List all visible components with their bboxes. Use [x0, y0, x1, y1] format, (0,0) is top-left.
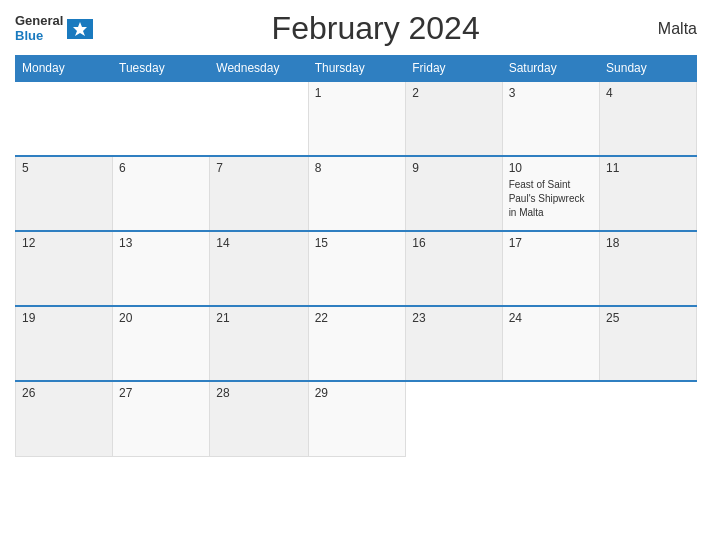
day-number: 21	[216, 311, 301, 325]
calendar-cell: 3	[502, 81, 599, 156]
day-number: 6	[119, 161, 203, 175]
page-title: February 2024	[272, 10, 480, 47]
calendar-week-row: 26272829	[16, 381, 697, 456]
calendar-cell	[16, 81, 113, 156]
event-label: Feast of Saint Paul's Shipwreck in Malta	[509, 179, 585, 218]
calendar-cell	[502, 381, 599, 456]
day-number: 22	[315, 311, 400, 325]
day-number: 29	[315, 386, 400, 400]
day-number: 26	[22, 386, 106, 400]
calendar-cell: 19	[16, 306, 113, 381]
calendar-week-row: 1234	[16, 81, 697, 156]
day-number: 16	[412, 236, 495, 250]
day-number: 20	[119, 311, 203, 325]
calendar-cell: 10Feast of Saint Paul's Shipwreck in Mal…	[502, 156, 599, 231]
day-number: 15	[315, 236, 400, 250]
day-number: 11	[606, 161, 690, 175]
calendar-week-row: 19202122232425	[16, 306, 697, 381]
calendar-week-row: 12131415161718	[16, 231, 697, 306]
day-number: 28	[216, 386, 301, 400]
calendar-cell: 21	[210, 306, 308, 381]
calendar-cell: 11	[600, 156, 697, 231]
weekday-header-row: Monday Tuesday Wednesday Thursday Friday…	[16, 56, 697, 82]
col-wednesday: Wednesday	[210, 56, 308, 82]
calendar-cell	[210, 81, 308, 156]
day-number: 2	[412, 86, 495, 100]
col-monday: Monday	[16, 56, 113, 82]
logo: General Blue	[15, 14, 93, 43]
calendar-cell: 15	[308, 231, 406, 306]
calendar-cell: 27	[113, 381, 210, 456]
logo-general-text: General	[15, 14, 63, 28]
day-number: 4	[606, 86, 690, 100]
day-number: 7	[216, 161, 301, 175]
calendar-cell: 24	[502, 306, 599, 381]
calendar-page: General Blue February 2024 Malta Monday …	[0, 0, 712, 550]
calendar-cell: 5	[16, 156, 113, 231]
day-number: 19	[22, 311, 106, 325]
logo-blue-text: Blue	[15, 29, 43, 43]
calendar-cell: 1	[308, 81, 406, 156]
calendar-week-row: 5678910Feast of Saint Paul's Shipwreck i…	[16, 156, 697, 231]
day-number: 9	[412, 161, 495, 175]
calendar-body: 12345678910Feast of Saint Paul's Shipwre…	[16, 81, 697, 456]
calendar-cell: 29	[308, 381, 406, 456]
calendar-cell: 7	[210, 156, 308, 231]
day-number: 10	[509, 161, 593, 175]
calendar-cell: 20	[113, 306, 210, 381]
col-saturday: Saturday	[502, 56, 599, 82]
calendar-cell: 22	[308, 306, 406, 381]
day-number: 12	[22, 236, 106, 250]
day-number: 1	[315, 86, 400, 100]
day-number: 14	[216, 236, 301, 250]
calendar-cell: 18	[600, 231, 697, 306]
calendar-cell: 26	[16, 381, 113, 456]
calendar-cell: 9	[406, 156, 502, 231]
calendar-table: Monday Tuesday Wednesday Thursday Friday…	[15, 55, 697, 457]
col-tuesday: Tuesday	[113, 56, 210, 82]
calendar-cell: 12	[16, 231, 113, 306]
calendar-cell: 28	[210, 381, 308, 456]
header: General Blue February 2024 Malta	[15, 10, 697, 47]
calendar-cell: 4	[600, 81, 697, 156]
day-number: 23	[412, 311, 495, 325]
col-thursday: Thursday	[308, 56, 406, 82]
day-number: 3	[509, 86, 593, 100]
calendar-cell	[113, 81, 210, 156]
col-friday: Friday	[406, 56, 502, 82]
col-sunday: Sunday	[600, 56, 697, 82]
calendar-cell: 23	[406, 306, 502, 381]
calendar-header: Monday Tuesday Wednesday Thursday Friday…	[16, 56, 697, 82]
calendar-cell	[406, 381, 502, 456]
calendar-cell: 17	[502, 231, 599, 306]
day-number: 25	[606, 311, 690, 325]
day-number: 18	[606, 236, 690, 250]
day-number: 5	[22, 161, 106, 175]
calendar-cell: 2	[406, 81, 502, 156]
day-number: 8	[315, 161, 400, 175]
calendar-cell: 14	[210, 231, 308, 306]
country-label: Malta	[658, 20, 697, 38]
calendar-cell: 6	[113, 156, 210, 231]
day-number: 24	[509, 311, 593, 325]
logo-flag-icon	[67, 19, 93, 39]
calendar-cell: 25	[600, 306, 697, 381]
calendar-cell: 13	[113, 231, 210, 306]
calendar-cell: 16	[406, 231, 502, 306]
day-number: 17	[509, 236, 593, 250]
day-number: 27	[119, 386, 203, 400]
calendar-cell	[600, 381, 697, 456]
day-number: 13	[119, 236, 203, 250]
calendar-cell: 8	[308, 156, 406, 231]
